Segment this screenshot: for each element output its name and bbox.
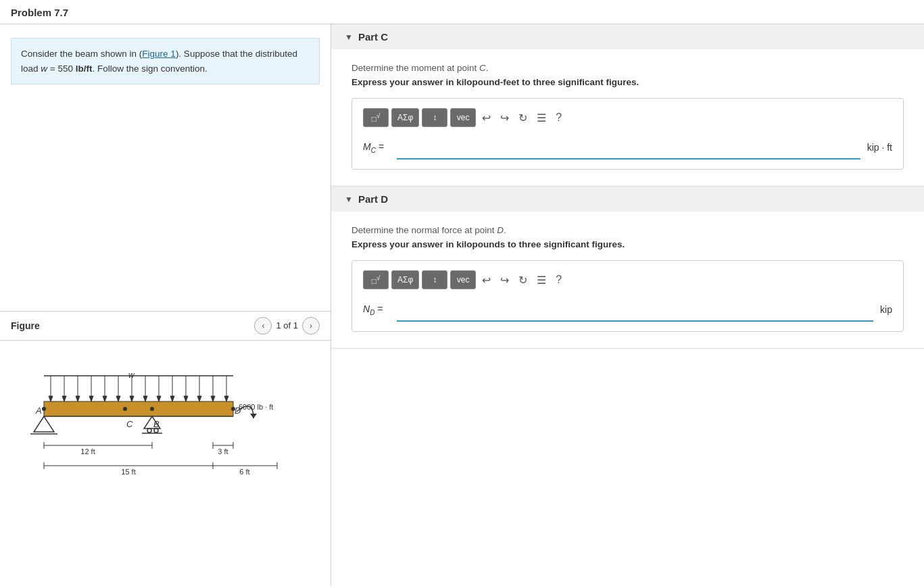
vec-btn-d[interactable]: vec: [450, 270, 476, 289]
part-d-input[interactable]: [397, 297, 873, 322]
part-d-var-label: ND =: [363, 303, 390, 316]
part-c-question: Determine the moment at point C.: [351, 63, 904, 73]
part-d-label: Part D: [358, 193, 388, 205]
dim-15ft: 15 ft: [121, 468, 135, 476]
sqrt-btn-d[interactable]: □√: [363, 270, 389, 289]
svg-marker-5: [76, 396, 80, 401]
svg-marker-25: [211, 396, 215, 401]
arrow-btn-d[interactable]: ↕: [422, 270, 447, 289]
part-c-header[interactable]: ▼ Part C: [331, 24, 924, 49]
figure-link[interactable]: Figure 1: [142, 49, 176, 59]
vec-btn-c[interactable]: vec: [450, 108, 476, 127]
keyboard-btn-c[interactable]: ☰: [533, 110, 550, 126]
part-d-unit: kip: [880, 304, 892, 315]
top-bar: Problem 7.7: [0, 0, 924, 24]
page-indicator: 1 of 1: [276, 320, 298, 330]
part-d-header[interactable]: ▼ Part D: [331, 187, 924, 212]
dim-12ft: 12 ft: [80, 447, 95, 456]
svg-marker-3: [62, 396, 66, 401]
nav-controls: ‹ 1 of 1 ›: [254, 317, 320, 335]
figure-content: w: [0, 341, 331, 585]
undo-btn-d[interactable]: ↩: [479, 272, 494, 288]
svg-marker-7: [89, 396, 93, 401]
svg-marker-23: [197, 396, 201, 401]
part-d-body: Determine the normal force at point D. E…: [331, 212, 924, 348]
page-title: Problem 7.7: [11, 7, 913, 18]
svg-marker-15: [143, 396, 147, 401]
arrow-btn-c[interactable]: ↕: [422, 108, 447, 127]
help-btn-d[interactable]: ?: [552, 272, 565, 287]
right-panel: ▼ Part C Determine the moment at point C…: [331, 24, 924, 585]
svg-marker-17: [157, 396, 161, 401]
part-d-section: ▼ Part D Determine the normal force at p…: [331, 187, 924, 349]
svg-marker-21: [184, 396, 188, 401]
svg-marker-11: [116, 396, 120, 401]
dim-6ft: 6 ft: [239, 468, 249, 476]
svg-marker-41: [250, 414, 257, 418]
help-btn-c[interactable]: ?: [552, 110, 565, 125]
part-c-unit: kip · ft: [867, 142, 892, 153]
part-c-var-label: MC =: [363, 141, 390, 154]
part-d-instruction: Express your answer in kilopounds to thr…: [351, 239, 904, 249]
part-c-label: Part C: [358, 31, 388, 43]
svg-point-38: [147, 428, 151, 433]
reset-btn-c[interactable]: ↻: [515, 110, 531, 126]
reset-btn-d[interactable]: ↻: [515, 272, 531, 288]
svg-marker-1: [49, 396, 53, 401]
alpha-btn-d[interactable]: ΑΣφ: [391, 270, 419, 289]
svg-marker-35: [34, 416, 54, 432]
problem-text: Consider the beam shown in (Figure 1). S…: [11, 38, 320, 84]
part-c-toolbar: □√ ΑΣφ ↕ vec ↩ ↪ ↻ ☰ ?: [363, 108, 892, 127]
part-c-input[interactable]: [397, 135, 860, 160]
prev-figure-button[interactable]: ‹: [254, 317, 272, 335]
redo-btn-d[interactable]: ↪: [497, 272, 512, 288]
svg-point-32: [123, 407, 127, 411]
part-d-question: Determine the normal force at point D.: [351, 225, 904, 235]
dim-3ft: 3 ft: [218, 447, 228, 456]
sqrt-btn-c[interactable]: □√: [363, 108, 389, 127]
undo-btn-c[interactable]: ↩: [479, 110, 494, 126]
svg-marker-13: [130, 396, 134, 401]
svg-marker-27: [224, 396, 228, 401]
part-d-answer-box: □√ ΑΣφ ↕ vec ↩ ↪ ↻ ☰ ? ND =: [351, 260, 904, 332]
figure-diagram: w: [24, 368, 308, 516]
part-d-toolbar: □√ ΑΣφ ↕ vec ↩ ↪ ↻ ☰ ?: [363, 270, 892, 289]
keyboard-btn-d[interactable]: ☰: [533, 272, 550, 288]
part-d-input-row: ND = kip: [363, 297, 892, 322]
alpha-btn-c[interactable]: ΑΣφ: [391, 108, 419, 127]
svg-marker-9: [103, 396, 107, 401]
next-figure-button[interactable]: ›: [302, 317, 320, 335]
label-A: A: [35, 406, 42, 416]
part-c-section: ▼ Part C Determine the moment at point C…: [331, 24, 924, 187]
part-c-body: Determine the moment at point C. Express…: [331, 49, 924, 186]
left-panel: Consider the beam shown in (Figure 1). S…: [0, 24, 331, 585]
figure-header: Figure ‹ 1 of 1 ›: [0, 311, 331, 341]
part-c-arrow: ▼: [345, 32, 353, 42]
part-d-arrow: ▼: [345, 195, 353, 204]
part-c-instruction: Express your answer in kilopound-feet to…: [351, 77, 904, 87]
svg-marker-19: [170, 396, 174, 401]
svg-rect-29: [44, 401, 233, 416]
svg-point-33: [150, 407, 154, 411]
label-C: C: [126, 419, 133, 429]
part-c-input-row: MC = kip · ft: [363, 135, 892, 160]
main-layout: Consider the beam shown in (Figure 1). S…: [0, 24, 924, 585]
redo-btn-c[interactable]: ↪: [497, 110, 512, 126]
part-c-answer-box: □√ ΑΣφ ↕ vec ↩ ↪ ↻ ☰ ? MC =: [351, 98, 904, 170]
svg-point-31: [42, 407, 46, 411]
figure-title: Figure: [11, 320, 254, 331]
